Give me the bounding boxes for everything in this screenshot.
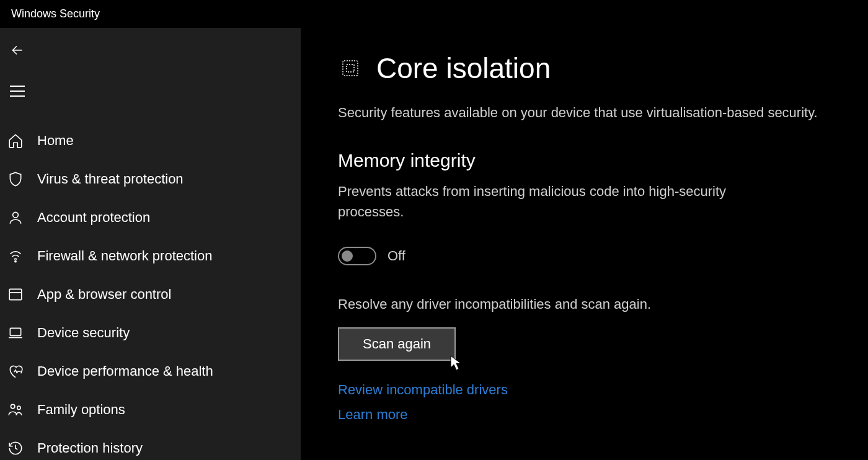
chip-icon <box>338 56 363 81</box>
hamburger-button[interactable] <box>2 76 32 106</box>
sidebar-item-performance[interactable]: Device performance & health <box>0 352 301 391</box>
svg-point-8 <box>11 404 15 409</box>
nav-list: Home Virus & threat protection Account p… <box>0 122 301 460</box>
browser-icon <box>5 284 26 305</box>
sidebar-item-family[interactable]: Family options <box>0 391 301 429</box>
nav-label: Protection history <box>37 440 143 456</box>
svg-rect-10 <box>343 61 358 76</box>
nav-label: Device security <box>37 325 130 341</box>
sidebar-item-virus[interactable]: Virus & threat protection <box>0 160 301 198</box>
sidebar-item-firewall[interactable]: Firewall & network protection <box>0 237 301 275</box>
section-title: Memory integrity <box>338 150 831 171</box>
svg-rect-7 <box>10 328 20 335</box>
heart-icon <box>5 361 26 382</box>
nav-label: Virus & threat protection <box>37 171 184 187</box>
memory-integrity-toggle[interactable] <box>338 247 376 265</box>
family-icon <box>5 399 26 420</box>
review-drivers-link[interactable]: Review incompatible drivers <box>338 382 831 398</box>
page-description: Security features available on your devi… <box>338 102 822 123</box>
svg-point-9 <box>17 406 20 409</box>
sidebar-item-history[interactable]: Protection history <box>0 429 301 460</box>
toggle-state-label: Off <box>388 248 405 264</box>
sidebar-item-home[interactable]: Home <box>0 122 301 160</box>
scan-again-button[interactable]: Scan again <box>338 327 456 361</box>
section-description: Prevents attacks from inserting maliciou… <box>338 181 784 222</box>
nav-label: Home <box>37 133 74 149</box>
resolve-text: Resolve any driver incompatibilities and… <box>338 296 831 312</box>
nav-label: Device performance & health <box>37 363 213 379</box>
toggle-knob <box>342 250 353 262</box>
hamburger-icon <box>10 86 25 97</box>
wifi-icon <box>5 245 26 267</box>
page-title: Core isolation <box>376 51 551 85</box>
svg-rect-11 <box>347 64 354 72</box>
shield-icon <box>5 169 26 190</box>
main-content: Core isolation Security features availab… <box>301 28 868 460</box>
svg-point-4 <box>15 261 16 262</box>
back-arrow-icon <box>9 42 25 58</box>
window-title: Windows Security <box>0 0 868 28</box>
sidebar: Home Virus & threat protection Account p… <box>0 28 301 460</box>
back-button[interactable] <box>2 35 32 65</box>
nav-label: Account protection <box>37 210 150 226</box>
nav-label: Family options <box>37 402 125 418</box>
sidebar-item-app[interactable]: App & browser control <box>0 275 301 314</box>
account-icon <box>5 207 26 228</box>
nav-label: App & browser control <box>37 286 171 303</box>
sidebar-item-device-security[interactable]: Device security <box>0 314 301 352</box>
learn-more-link[interactable]: Learn more <box>338 407 831 423</box>
sidebar-item-account[interactable]: Account protection <box>0 198 301 237</box>
home-icon <box>5 130 26 151</box>
nav-label: Firewall & network protection <box>37 248 212 264</box>
laptop-icon <box>5 322 26 343</box>
svg-point-3 <box>13 212 19 218</box>
history-icon <box>5 438 26 459</box>
svg-rect-5 <box>9 289 22 299</box>
